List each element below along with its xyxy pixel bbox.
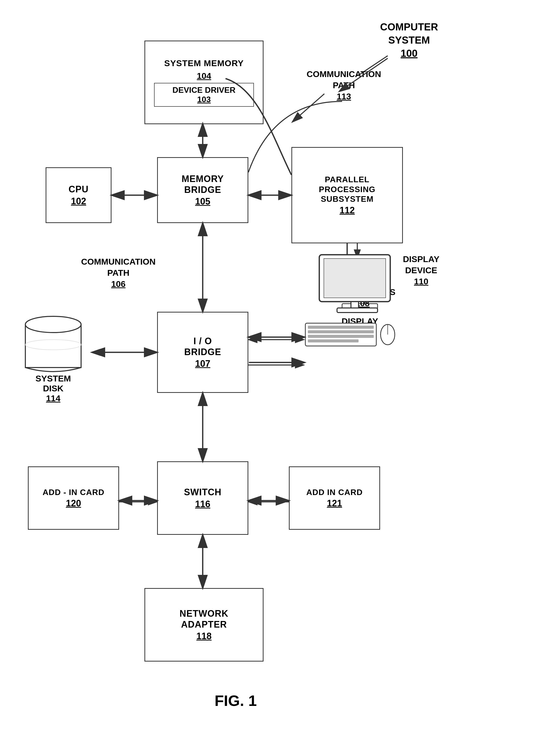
display-device-label: DISPLAYDEVICE 110: [403, 253, 439, 287]
display-device-monitor: [314, 253, 400, 320]
comm-path-106-label: COMMUNICATIONPATH 106: [81, 256, 156, 290]
comm-path-113-label: COMMUNICATIONPATH 113: [307, 68, 381, 102]
svg-rect-20: [308, 326, 374, 329]
network-adapter-box: NETWORK ADAPTER 118: [144, 588, 264, 662]
memory-bridge-box: MEMORY BRIDGE 105: [157, 157, 248, 223]
keyboard-svg: [304, 322, 395, 352]
device-driver-box: DEVICE DRIVER 103: [154, 83, 254, 107]
svg-point-28: [25, 316, 81, 333]
monitor-icon-svg: [314, 253, 400, 319]
io-bridge-box: I / O BRIDGE 107: [157, 312, 248, 393]
cpu-box: CPU 102: [46, 167, 111, 223]
svg-rect-22: [308, 335, 374, 338]
cylinder-svg: [20, 312, 86, 378]
svg-rect-23: [308, 339, 359, 342]
svg-rect-21: [308, 330, 374, 333]
add-in-card-121-box: ADD IN CARD 121: [289, 466, 380, 530]
parallel-processing-box: PARALLEL PROCESSING SUBSYSTEM 112: [291, 147, 403, 243]
diagram: COMPUTER SYSTEM 100 SYSTEM MEMORY 104 DE…: [0, 0, 560, 731]
fig-caption: FIG. 1: [185, 692, 286, 709]
add-in-card-120-box: ADD - IN CARD 120: [28, 466, 119, 530]
svg-rect-47: [324, 259, 386, 298]
system-memory-box: SYSTEM MEMORY 104 DEVICE DRIVER 103: [144, 41, 264, 124]
cs-arrow-svg: [0, 0, 560, 76]
svg-rect-49: [337, 308, 378, 313]
system-disk-area: SYSTEMDISK 114: [15, 312, 91, 403]
switch-box: SWITCH 116: [157, 461, 248, 535]
computer-system-label: COMPUTER SYSTEM 100: [380, 20, 438, 60]
